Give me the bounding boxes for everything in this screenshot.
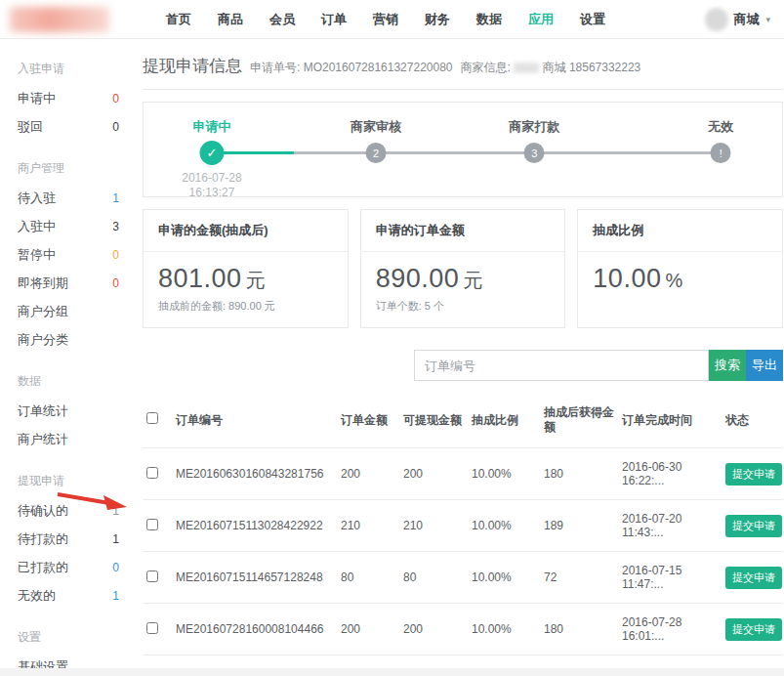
main-panel: 提现申请信息 申请单号: MO20160728161327220080 商家信息… — [135, 39, 784, 668]
submit-application-badge[interactable]: 提交申请 — [725, 567, 782, 589]
sidebar-item-paid[interactable]: 已打款的 0 — [18, 553, 135, 581]
app-window: 首页 商品 会员 订单 营销 财务 数据 应用 设置 商城 ▾ 入驻申请 申请中… — [0, 0, 784, 676]
cell-amount: 200 — [337, 448, 399, 500]
application-number: 申请单号: MO20160728161327220080 — [250, 60, 453, 76]
sidebar-item-count: 0 — [112, 248, 119, 262]
card-commission-rate: 抽成比例 10.00% — [577, 209, 783, 328]
sidebar-item-paused[interactable]: 暂停中 0 — [18, 240, 135, 269]
row-checkbox[interactable] — [146, 570, 158, 582]
row-checkbox[interactable] — [146, 467, 158, 479]
step-label-invalid: 无效 — [708, 118, 733, 136]
sidebar-section-data: 数据 — [18, 373, 135, 390]
sidebar-item-pending-entry[interactable]: 待入驻 1 — [18, 184, 135, 212]
sidebar-item-applying[interactable]: 申请中 0 — [18, 84, 135, 112]
card-subtext: 订单个数: 5 个 — [376, 299, 551, 314]
merchant-name: 商城 — [543, 61, 566, 74]
header-withdrawable: 可提现金额 — [399, 391, 468, 448]
submit-application-badge[interactable]: 提交申请 — [725, 618, 782, 641]
sidebar-item-count: 1 — [112, 589, 119, 603]
cell-after: 72 — [540, 552, 618, 604]
sidebar-item-count: 1 — [112, 504, 119, 518]
sidebar-item-invalid[interactable]: 无效的 1 — [18, 581, 135, 610]
sidebar-section-merchant-mgmt: 商户管理 — [18, 160, 135, 177]
sidebar-item-count: 1 — [112, 532, 119, 546]
header-complete-time: 订单完成时间 — [618, 391, 722, 448]
user-menu[interactable]: 商城 ▾ — [705, 8, 770, 31]
step-label-merchant-payment: 商家打款 — [509, 118, 559, 136]
table-row: ME20160715114657128248 80 80 10.00% 72 2… — [143, 552, 783, 604]
sidebar-item-merchant-groups[interactable]: 商户分组 — [18, 297, 135, 325]
nav-item-data[interactable]: 数据 — [476, 11, 502, 28]
merchant-info-label: 商家信息: — [461, 61, 511, 74]
header-after-commission: 抽成后获得金额 — [540, 391, 618, 448]
sidebar-item-merchant-stats[interactable]: 商户统计 — [18, 425, 135, 453]
export-button[interactable]: 导出 — [746, 350, 783, 381]
order-number-input[interactable] — [414, 350, 709, 381]
top-navbar: 首页 商品 会员 订单 营销 财务 数据 应用 设置 商城 ▾ — [0, 0, 784, 39]
merchant-name-redacted — [514, 63, 539, 73]
nav-item-marketing[interactable]: 营销 — [373, 11, 398, 28]
step-dot-exclamation-icon: ! — [711, 143, 731, 163]
card-value: 801.00 — [158, 264, 242, 293]
header-order-amount: 订单金额 — [337, 391, 399, 448]
cell-amount: 200 — [337, 604, 399, 655]
status-stepper: 申请中 商家审核 商家打款 无效 ✓ 2 3 ! 2016-07-28 16:1… — [143, 102, 783, 197]
step-dot-check-icon: ✓ — [199, 141, 224, 165]
cell-withdrawable: 210 — [399, 500, 468, 552]
orders-table: 订单编号 订单金额 可提现金额 抽成比例 抽成后获得金额 订单完成时间 状态 M… — [143, 391, 783, 676]
sidebar-item-order-stats[interactable]: 订单统计 — [18, 397, 135, 425]
page-title: 提现申请信息 — [143, 55, 242, 77]
sidebar-item-label: 无效的 — [18, 587, 56, 605]
nav-item-products[interactable]: 商品 — [218, 11, 243, 28]
step-timestamp: 2016-07-28 16:13:27 — [182, 171, 241, 200]
sidebar-item-to-pay[interactable]: 待打款的 1 — [18, 525, 135, 553]
search-button[interactable]: 搜索 — [709, 350, 746, 381]
step-label-applying: 申请中 — [192, 118, 230, 136]
row-checkbox[interactable] — [146, 519, 158, 530]
card-title: 申请的订单金额 — [361, 210, 565, 252]
sidebar-item-merchant-categories[interactable]: 商户分类 — [18, 325, 135, 354]
card-value: 890.00 — [376, 264, 460, 293]
cell-rate: 10.00% — [468, 448, 540, 500]
sidebar-section-settings: 设置 — [18, 629, 135, 646]
cell-rate: 10.00% — [468, 604, 540, 655]
sidebar-item-to-confirm[interactable]: 待确认的 1 — [18, 496, 135, 525]
sidebar-item-label: 商户分类 — [18, 331, 68, 349]
cell-withdrawable: 200 — [399, 604, 468, 655]
submit-application-badge[interactable]: 提交申请 — [725, 515, 782, 537]
card-unit: 元 — [463, 270, 482, 291]
card-title: 申请的金额(抽成后) — [144, 210, 348, 252]
sidebar-item-count: 0 — [112, 92, 119, 106]
cell-after: 180 — [540, 448, 618, 500]
row-checkbox[interactable] — [146, 622, 158, 634]
card-value: 10.00 — [593, 264, 661, 293]
bottom-strip — [0, 668, 784, 676]
sidebar-item-label: 申请中 — [18, 90, 56, 107]
nav-item-finance[interactable]: 财务 — [425, 11, 450, 28]
nav-item-members[interactable]: 会员 — [269, 11, 295, 28]
stepper-track-progress — [212, 151, 294, 154]
nav-item-home[interactable]: 首页 — [166, 11, 191, 28]
header-status: 状态 — [722, 391, 783, 448]
cell-time: 2016-07-15 11:47:... — [618, 552, 722, 604]
nav-item-orders[interactable]: 订单 — [321, 11, 347, 28]
cell-time: 2016-07-20 11:43:... — [618, 500, 722, 552]
sidebar-item-rejected[interactable]: 驳回 0 — [18, 112, 135, 141]
select-all-checkbox[interactable] — [146, 412, 158, 424]
user-name: 商城 — [733, 11, 759, 28]
sidebar-item-count: 0 — [112, 561, 119, 574]
header-order-no: 订单编号 — [172, 391, 337, 448]
sidebar-item-expiring[interactable]: 即将到期 0 — [18, 269, 135, 297]
cell-amount: 210 — [337, 500, 399, 552]
table-header-row: 订单编号 订单金额 可提现金额 抽成比例 抽成后获得金额 订单完成时间 状态 — [143, 391, 783, 448]
sidebar-item-entered[interactable]: 入驻中 3 — [18, 212, 135, 240]
sidebar-item-count: 0 — [112, 276, 119, 290]
cell-time: 2016-07-28 16:01:... — [618, 604, 722, 655]
nav-item-apps[interactable]: 应用 — [528, 11, 554, 28]
logo — [10, 7, 109, 32]
table-row: ME20160630160843281756 200 200 10.00% 18… — [143, 448, 783, 500]
sidebar-item-label: 即将到期 — [18, 275, 68, 292]
submit-application-badge[interactable]: 提交申请 — [725, 463, 782, 486]
sidebar-item-label: 入驻中 — [18, 218, 56, 235]
nav-item-settings[interactable]: 设置 — [580, 11, 605, 28]
